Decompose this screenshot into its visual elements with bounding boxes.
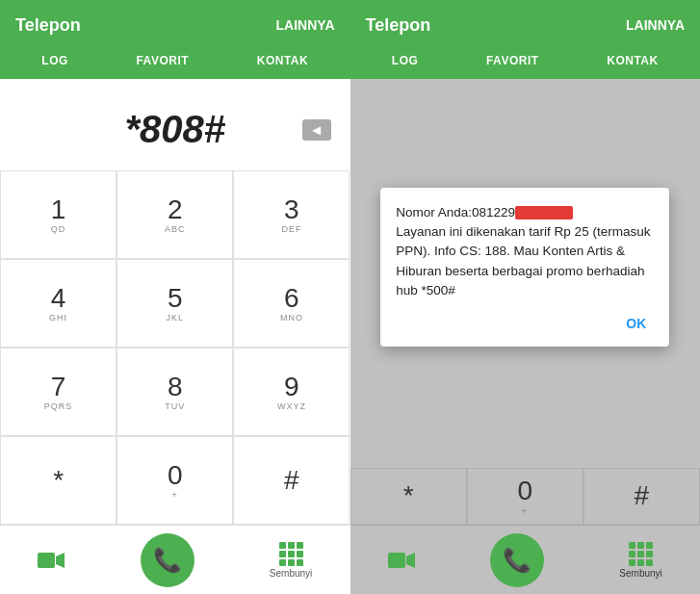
key-star[interactable]: * bbox=[0, 436, 117, 525]
dialog-text: Nomor Anda:081229 Layanan ini dikenakan … bbox=[396, 203, 654, 300]
number-label: Nomor Anda:081229 bbox=[396, 205, 515, 220]
left-bottom-bar: 📞 Sembunyi bbox=[0, 525, 350, 594]
key-7[interactable]: 7PQRS bbox=[0, 348, 117, 436]
backspace-button[interactable] bbox=[302, 119, 331, 141]
right-video-button[interactable] bbox=[388, 551, 415, 570]
right-lainnya[interactable]: LAINNYA bbox=[626, 17, 685, 33]
left-header: Telepon LAINNYA bbox=[0, 0, 350, 50]
right-grid-icon bbox=[629, 542, 653, 566]
grid-icon bbox=[279, 542, 303, 566]
right-key-hash[interactable]: # bbox=[583, 468, 700, 525]
right-tabs: LOG FAVORIT KONTAK bbox=[350, 50, 701, 79]
sembunyi-label: Sembunyi bbox=[270, 568, 312, 579]
display-number: *808# bbox=[19, 108, 331, 151]
key-4[interactable]: 4GHI bbox=[0, 259, 117, 348]
right-tab-favorit[interactable]: FAVORIT bbox=[471, 50, 555, 71]
phone-icon: 📞 bbox=[153, 547, 182, 574]
hide-button[interactable]: Sembunyi bbox=[270, 542, 312, 579]
dialog-body: Layanan ini dikenakan tarif Rp 25 (terma… bbox=[396, 224, 650, 297]
left-title: Telepon bbox=[15, 15, 81, 36]
right-key-0[interactable]: 0+ bbox=[467, 468, 583, 525]
left-lainnya[interactable]: LAINNYA bbox=[276, 17, 335, 33]
display-row: *808# bbox=[0, 98, 350, 161]
right-hide-button[interactable]: Sembunyi bbox=[619, 542, 661, 579]
right-title: Telepon bbox=[366, 15, 431, 36]
right-phone-icon: 📞 bbox=[503, 547, 531, 574]
key-3[interactable]: 3DEF bbox=[233, 170, 350, 259]
right-sembunyi-label: Sembunyi bbox=[619, 568, 661, 579]
left-tab-favorit[interactable]: FAVORIT bbox=[120, 50, 204, 71]
key-hash[interactable]: # bbox=[233, 436, 350, 525]
key-8[interactable]: 8TUV bbox=[117, 348, 233, 436]
right-header: Telepon LAINNYA bbox=[350, 0, 701, 50]
dialog-box: Nomor Anda:081229 Layanan ini dikenakan … bbox=[380, 188, 669, 347]
key-0[interactable]: 0+ bbox=[117, 436, 233, 525]
redacted-number bbox=[515, 206, 573, 220]
left-tab-log[interactable]: LOG bbox=[26, 50, 84, 71]
ok-button[interactable]: OK bbox=[618, 312, 654, 335]
right-tab-log[interactable]: LOG bbox=[376, 50, 434, 71]
right-key-star[interactable]: * bbox=[350, 468, 467, 525]
svg-rect-2 bbox=[388, 553, 405, 568]
right-call-button[interactable]: 📞 bbox=[490, 533, 544, 587]
key-9[interactable]: 9WXYZ bbox=[233, 348, 350, 436]
right-bottom-bar: 📞 Sembunyi bbox=[350, 525, 701, 594]
keypad: 1QD 2ABC 3DEF 4GHI 5JKL 6MNO 7PQRS 8TUV … bbox=[0, 170, 350, 525]
call-button[interactable]: 📞 bbox=[141, 533, 194, 587]
right-dialer: Nomor Anda:081229 Layanan ini dikenakan … bbox=[350, 79, 701, 525]
dialog-actions: OK bbox=[396, 312, 654, 335]
dialog-overlay: Nomor Anda:081229 Layanan ini dikenakan … bbox=[350, 79, 701, 455]
key-1[interactable]: 1QD bbox=[0, 170, 117, 259]
left-tab-kontak[interactable]: KONTAK bbox=[242, 50, 324, 71]
svg-rect-0 bbox=[38, 553, 55, 568]
key-5[interactable]: 5JKL bbox=[117, 259, 233, 348]
right-video-icon bbox=[388, 551, 415, 570]
left-panel: Telepon LAINNYA LOG FAVORIT KONTAK *808#… bbox=[0, 0, 350, 594]
svg-marker-1 bbox=[56, 553, 65, 568]
svg-marker-3 bbox=[406, 553, 415, 568]
right-partial-keypad: * 0+ # bbox=[350, 468, 701, 525]
key-6[interactable]: 6MNO bbox=[233, 259, 350, 348]
right-tab-kontak[interactable]: KONTAK bbox=[591, 50, 673, 71]
left-dialer: *808# 1QD 2ABC 3DEF 4GHI 5JKL 6MNO 7PQRS… bbox=[0, 79, 350, 525]
key-2[interactable]: 2ABC bbox=[117, 170, 233, 259]
right-panel: Telepon LAINNYA LOG FAVORIT KONTAK Nomor… bbox=[350, 0, 701, 594]
video-icon bbox=[38, 551, 65, 570]
video-button[interactable] bbox=[38, 551, 65, 570]
left-tabs: LOG FAVORIT KONTAK bbox=[0, 50, 350, 79]
